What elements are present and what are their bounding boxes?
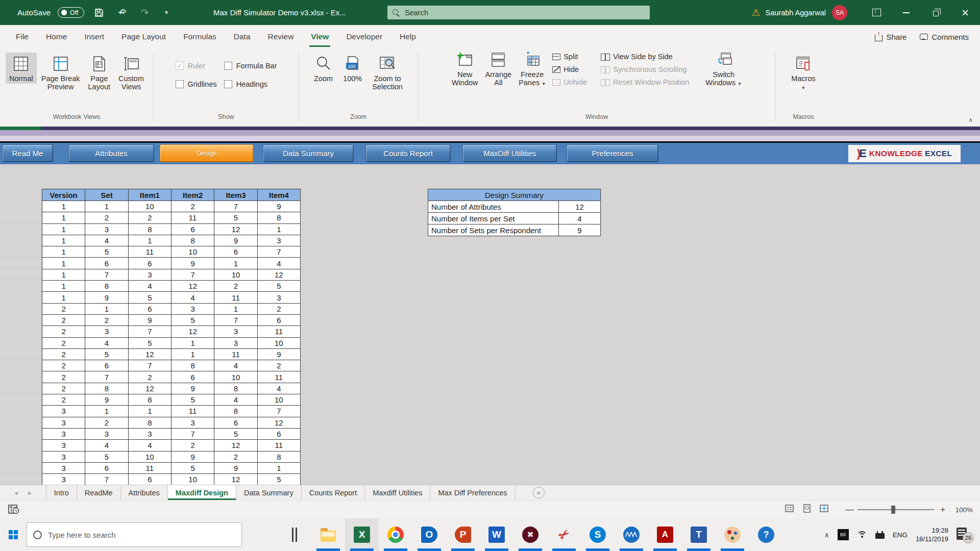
start-button[interactable]	[0, 518, 27, 551]
synchronous-scrolling-button[interactable]: Synchronous Scrolling	[601, 65, 689, 73]
game-taskbar-icon[interactable]: ✖	[513, 518, 547, 551]
table-row[interactable]: 1386121	[42, 223, 301, 235]
page-break-toggle-icon[interactable]	[820, 504, 829, 515]
tab-page-layout[interactable]: Page Layout	[113, 25, 175, 48]
tray-overflow-button[interactable]: ∧	[824, 531, 829, 539]
freeze-panes-button[interactable]: * Freeze Panes ▼	[515, 48, 549, 89]
table-row[interactable]: 1110279	[42, 201, 301, 212]
sheet-tab-counts-report[interactable]: Counts Report	[302, 485, 365, 500]
share-button[interactable]: Share	[875, 33, 906, 41]
sheet-tab-data-summary[interactable]: Data Summary	[236, 485, 302, 500]
nav-button-read-me[interactable]: Read Me	[2, 144, 53, 162]
zoom-level[interactable]: 100%	[951, 506, 973, 514]
table-row[interactable]: 3283612	[42, 417, 301, 428]
ribbon-display-options-button[interactable]	[862, 0, 891, 25]
restore-button[interactable]	[921, 0, 950, 25]
table-row[interactable]: 3510928	[42, 451, 301, 462]
normal-view-toggle-icon[interactable]	[785, 504, 794, 515]
macros-button[interactable]: Macros▼	[788, 53, 819, 93]
notification-center-button[interactable]: 26	[957, 528, 972, 542]
text-tool-taskbar-icon[interactable]: T	[682, 518, 716, 551]
avatar[interactable]: SA	[832, 5, 847, 20]
nav-button-attributes[interactable]: Attributes	[68, 144, 154, 162]
nav-button-data-summary[interactable]: Data Summary	[263, 144, 354, 162]
save-button[interactable]	[91, 5, 107, 20]
table-row[interactable]: 216312	[42, 303, 301, 314]
table-row[interactable]: 229576	[42, 314, 301, 325]
sheet-tab-max-diff-preferences[interactable]: Max Diff Preferences	[430, 485, 515, 500]
excel-taskbar-icon[interactable]: X	[345, 518, 379, 551]
table-row[interactable]: 267842	[42, 360, 301, 371]
zoom-to-selection-button[interactable]: Zoom to Selection	[369, 53, 406, 92]
table-row[interactable]: 3611591	[42, 462, 301, 473]
zoom-100-button[interactable]: 100 100%	[339, 53, 365, 84]
page-layout-view-button[interactable]: Page Layout	[85, 53, 114, 92]
sheet-tab-attributes[interactable]: Attributes	[121, 485, 168, 500]
tray-app-icon[interactable]: Bб	[838, 529, 849, 540]
autosave-toggle[interactable]: Off	[58, 7, 84, 18]
sheet-tab-readme[interactable]: ReadMe	[77, 485, 121, 500]
tab-help[interactable]: Help	[391, 25, 425, 48]
acrobat-taskbar-icon[interactable]: A	[648, 518, 682, 551]
view-side-by-side-button[interactable]: View Side by Side	[601, 53, 689, 61]
task-view-button[interactable]	[292, 528, 297, 542]
table-row[interactable]: 17371012	[42, 269, 301, 280]
language-indicator[interactable]: ENG	[893, 531, 908, 539]
worksheet-area[interactable]: VersionSetItem1Item2Item3Item41110279122…	[0, 164, 980, 485]
nav-button-maxdiff-utilities[interactable]: MaxDiff Utilities	[462, 144, 557, 162]
zoom-out-button[interactable]: —	[845, 505, 852, 515]
sheet-tab-maxdiff-utilities[interactable]: Maxdiff Utilities	[365, 485, 430, 500]
undo-button[interactable]: ↶▾	[114, 5, 129, 20]
help-taskbar-icon[interactable]: ?	[749, 518, 783, 551]
table-row[interactable]: 3111187	[42, 406, 301, 417]
macro-record-icon[interactable]	[8, 504, 19, 516]
reset-window-position-button[interactable]: Reset Window Position	[601, 78, 689, 86]
table-row[interactable]: 2985410	[42, 394, 301, 406]
sheet-tab-intro[interactable]: Intro	[46, 485, 77, 500]
normal-view-button[interactable]: Normal	[6, 53, 37, 84]
minimize-button[interactable]	[891, 0, 921, 25]
table-row[interactable]: 25121119	[42, 348, 301, 360]
formula-bar-checkbox[interactable]: ✓Formula Bar	[224, 62, 277, 70]
table-row[interactable]: 166914	[42, 258, 301, 269]
zoom-in-button[interactable]: +	[939, 505, 946, 515]
nav-button-design[interactable]: Design	[160, 144, 254, 162]
switch-windows-button[interactable]: Switch Windows ▼	[702, 48, 745, 89]
zoom-slider[interactable]	[857, 509, 934, 510]
redo-button[interactable]: ↷▾	[136, 5, 152, 20]
app-waves-taskbar-icon[interactable]	[615, 518, 648, 551]
page-break-preview-button[interactable]: Page Break Preview	[38, 53, 84, 92]
table-row[interactable]: 1954113	[42, 292, 301, 303]
arrange-all-button[interactable]: Arrange All	[482, 48, 516, 89]
zoom-slider-thumb[interactable]	[891, 506, 895, 514]
tab-home[interactable]: Home	[37, 25, 76, 48]
gridlines-checkbox[interactable]: ✓Gridlines	[176, 80, 217, 88]
new-window-button[interactable]: New Window	[448, 48, 482, 89]
tab-developer[interactable]: Developer	[337, 25, 391, 48]
hide-button[interactable]: Hide	[552, 65, 587, 73]
tab-formulas[interactable]: Formulas	[175, 25, 225, 48]
table-row[interactable]: 27261011	[42, 371, 301, 383]
ruler-checkbox[interactable]: ✓Ruler	[176, 62, 217, 70]
close-button[interactable]: ×	[950, 0, 980, 25]
table-row[interactable]: 1841225	[42, 281, 301, 292]
powerpoint-taskbar-icon[interactable]: P	[446, 518, 480, 551]
table-row[interactable]: 37610125	[42, 474, 301, 485]
file-explorer-taskbar-icon[interactable]	[311, 518, 345, 551]
table-row[interactable]: 2812984	[42, 383, 301, 394]
tab-data[interactable]: Data	[225, 25, 259, 48]
nav-button-preferences[interactable]: Preferences	[567, 144, 658, 162]
search-box[interactable]: Search	[387, 6, 650, 19]
taskbar-search-box[interactable]: Type here to search	[27, 522, 242, 547]
comments-button[interactable]: Comments	[920, 33, 969, 41]
table-row[interactable]: 141893	[42, 235, 301, 246]
collapse-ribbon-button[interactable]: ∧	[968, 116, 973, 123]
tab-file[interactable]: File	[7, 25, 37, 48]
clock[interactable]: 19:28 18/11/2019	[916, 526, 948, 543]
table-row[interactable]: 1221158	[42, 212, 301, 223]
nav-button-counts-report[interactable]: Counts Report	[365, 144, 451, 162]
tab-view[interactable]: View	[302, 25, 337, 48]
table-row[interactable]: 2451310	[42, 337, 301, 348]
sheet-tab-maxdiff-design[interactable]: Maxdiff Design	[168, 485, 236, 500]
wifi-icon[interactable]	[857, 531, 867, 539]
